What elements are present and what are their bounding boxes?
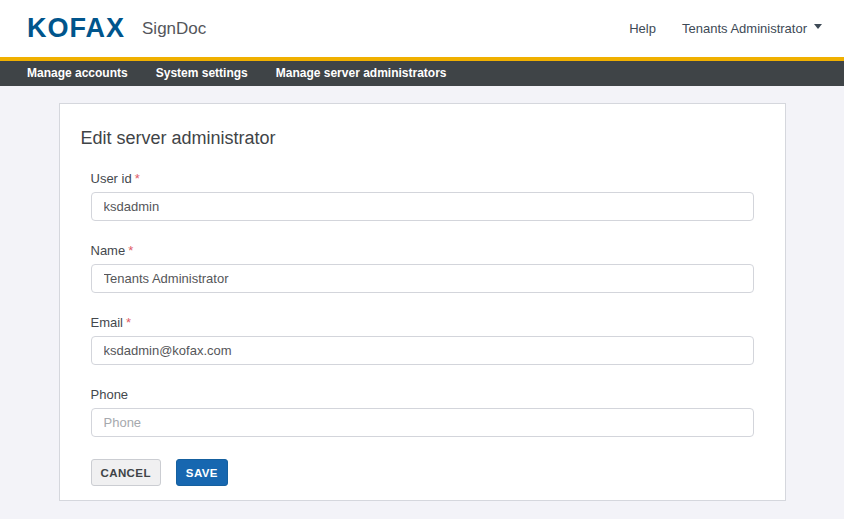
main-nav: Manage accounts System settings Manage s… xyxy=(0,61,844,86)
app-window: KOFAX SignDoc Help Tenants Administrator… xyxy=(0,0,844,519)
cancel-button[interactable]: CANCEL xyxy=(91,459,161,486)
chevron-down-icon xyxy=(814,24,822,29)
field-phone: Phone xyxy=(91,387,754,437)
page-title: Edit server administrator xyxy=(81,126,764,151)
email-input[interactable] xyxy=(91,336,754,365)
required-asterisk: * xyxy=(126,315,131,330)
phone-input[interactable] xyxy=(91,408,754,437)
required-asterisk: * xyxy=(135,171,140,186)
nav-item-manage-accounts[interactable]: Manage accounts xyxy=(13,61,142,86)
kofax-logo: KOFAX xyxy=(27,15,125,42)
user-id-input[interactable] xyxy=(91,192,754,221)
user-id-label-text: User id xyxy=(91,171,132,186)
brand: KOFAX SignDoc xyxy=(27,15,206,42)
name-input[interactable] xyxy=(91,264,754,293)
field-user-id: User id* xyxy=(91,171,754,221)
phone-label-text: Phone xyxy=(91,387,129,402)
nav-item-system-settings[interactable]: System settings xyxy=(142,61,262,86)
name-label: Name* xyxy=(91,243,754,258)
user-menu-label: Tenants Administrator xyxy=(682,21,807,36)
nav-item-manage-server-administrators[interactable]: Manage server administrators xyxy=(262,61,461,86)
field-name: Name* xyxy=(91,243,754,293)
edit-admin-form: User id* Name* Email* xyxy=(91,171,754,486)
email-label-text: Email xyxy=(91,315,124,330)
user-menu[interactable]: Tenants Administrator xyxy=(682,21,822,36)
user-id-label: User id* xyxy=(91,171,754,186)
name-label-text: Name xyxy=(91,243,126,258)
content-area: Edit server administrator User id* Name* xyxy=(0,86,844,519)
app-name: SignDoc xyxy=(142,19,206,39)
phone-label: Phone xyxy=(91,387,754,402)
form-actions: CANCEL SAVE xyxy=(91,459,754,486)
required-asterisk: * xyxy=(128,243,133,258)
edit-admin-card: Edit server administrator User id* Name* xyxy=(59,103,786,501)
save-button[interactable]: SAVE xyxy=(176,459,228,486)
help-link[interactable]: Help xyxy=(629,21,656,36)
header-actions: Help Tenants Administrator xyxy=(629,21,822,36)
email-label: Email* xyxy=(91,315,754,330)
app-header: KOFAX SignDoc Help Tenants Administrator xyxy=(0,0,844,57)
field-email: Email* xyxy=(91,315,754,365)
